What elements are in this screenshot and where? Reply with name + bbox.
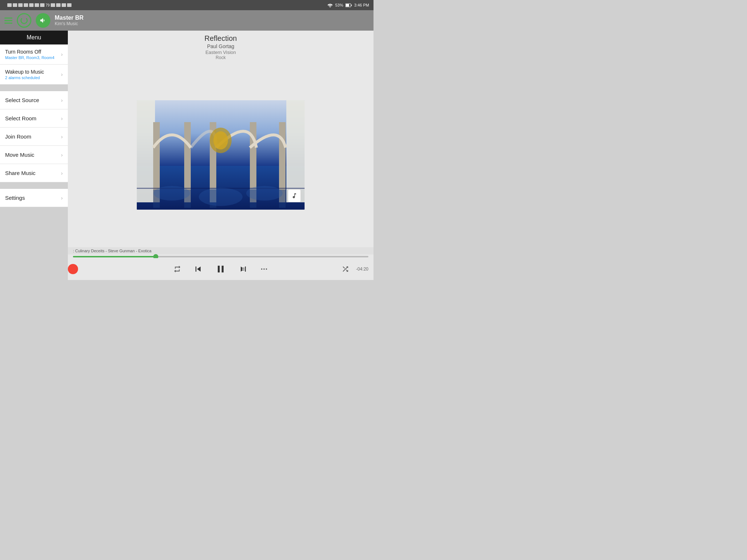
svg-rect-1 (346, 4, 349, 7)
header-room: Master BR (55, 15, 84, 21)
music-note-button[interactable] (288, 189, 301, 202)
sidebar-item-join-room[interactable]: Join Room › (0, 128, 68, 146)
track-album: Eastern Vision (68, 50, 374, 55)
notif-count: 79 (46, 3, 50, 7)
chevron-icon-6: › (61, 170, 63, 176)
top-header: Master BR Kim's Music (0, 10, 374, 31)
track-artist: Paul Gortag (68, 43, 374, 49)
music-note-icon (291, 192, 298, 199)
sidebar-item-share-music[interactable]: Share Music › (0, 164, 68, 182)
status-bar: 79 53% 3:46 PM (0, 0, 374, 10)
track-title: Reflection (68, 34, 374, 43)
main-layout: Menu Turn Rooms Off Master BR, Room3, Ro… (0, 31, 374, 280)
notif-icon-9 (56, 3, 61, 7)
wifi-icon (327, 3, 333, 7)
sidebar-spacer (0, 207, 68, 280)
chevron-icon-0: › (61, 51, 63, 57)
svg-rect-6 (286, 100, 305, 202)
status-icons: 53% 3:46 PM (327, 3, 369, 7)
notif-icon-1 (7, 3, 12, 7)
sidebar: Menu Turn Rooms Off Master BR, Room3, Ro… (0, 31, 68, 280)
prev-icon (193, 264, 203, 274)
previous-button[interactable] (187, 262, 209, 276)
chevron-icon-2: › (61, 97, 63, 103)
time-remaining: -04:20 (356, 267, 368, 272)
queue-text: : Culinary Deceits - Steve Gunman - Exot… (73, 249, 151, 253)
notif-icon-3 (18, 3, 23, 7)
repeat-icon (173, 265, 181, 273)
pause-button[interactable] (209, 261, 232, 277)
notif-icon-8 (51, 3, 55, 7)
power-button[interactable] (17, 13, 31, 28)
album-art-svg (137, 100, 305, 210)
join-room-label: Join Room (5, 133, 31, 140)
select-room-label: Select Room (5, 115, 36, 121)
album-art-container (68, 62, 374, 247)
battery-icon (345, 3, 352, 7)
notif-icon-10 (62, 3, 66, 7)
svg-point-21 (199, 188, 243, 206)
sidebar-item-select-room[interactable]: Select Room › (0, 109, 68, 128)
menu-spacer-1 (0, 85, 68, 91)
wakeup-label: Wakeup to Music (5, 69, 44, 75)
clock: 3:46 PM (354, 3, 369, 7)
header-source: Kim's Music (55, 21, 84, 26)
sidebar-item-turn-rooms-off[interactable]: Turn Rooms Off Master BR, Room3, Room4 › (0, 44, 68, 65)
sidebar-item-settings[interactable]: Settings › (0, 189, 68, 207)
svg-rect-2 (351, 4, 352, 6)
wakeup-sub: 2 alarms scheduled (5, 75, 44, 80)
menu-spacer-2 (0, 182, 68, 189)
select-source-label: Select Source (5, 97, 39, 103)
turn-rooms-off-sub: Master BR, Room3, Room4 (5, 55, 54, 60)
svg-point-13 (213, 131, 228, 149)
svg-point-23 (261, 268, 263, 270)
svg-point-25 (266, 268, 267, 270)
svg-rect-5 (137, 100, 155, 202)
shuffle-icon (341, 265, 349, 273)
progress-bar-fill (73, 256, 156, 257)
svg-point-20 (154, 186, 190, 201)
chevron-icon-3: › (61, 116, 63, 121)
transport-controls: -04:20 (68, 258, 374, 280)
notif-icon-4 (24, 3, 28, 7)
right-content: Reflection Paul Gortag Eastern Vision Ro… (68, 31, 374, 280)
svg-point-24 (263, 268, 265, 270)
red-indicator (68, 264, 78, 274)
track-genre: Rock (68, 55, 374, 60)
progress-bar-track[interactable] (73, 256, 368, 257)
chevron-icon-4: › (61, 134, 63, 140)
more-button[interactable] (254, 263, 274, 275)
chevron-icon-5: › (61, 152, 63, 158)
chevron-icon-1: › (61, 71, 63, 77)
move-music-label: Move Music (5, 152, 34, 158)
sidebar-item-move-music[interactable]: Move Music › (0, 146, 68, 164)
shuffle-button[interactable] (336, 263, 355, 275)
turn-rooms-off-label: Turn Rooms Off (5, 49, 54, 55)
notif-icon-5 (29, 3, 34, 7)
menu-label: Menu (27, 34, 41, 40)
more-icon (260, 265, 268, 273)
hamburger-menu-icon[interactable] (4, 18, 12, 24)
battery-percent: 53% (335, 3, 343, 7)
menu-header: Menu (0, 31, 68, 44)
header-title-block: Master BR Kim's Music (55, 15, 84, 26)
volume-icon (39, 17, 47, 24)
notif-icon-11 (67, 3, 71, 7)
notif-icon-2 (13, 3, 17, 7)
pause-icon (215, 263, 227, 275)
repeat-button[interactable] (167, 263, 187, 275)
sidebar-item-select-source[interactable]: Select Source › (0, 91, 68, 109)
sidebar-item-wakeup[interactable]: Wakeup to Music 2 alarms scheduled › (0, 65, 68, 85)
share-music-label: Share Music (5, 170, 35, 176)
progress-area[interactable] (68, 254, 374, 258)
notif-icon-6 (35, 3, 39, 7)
volume-button[interactable] (36, 13, 50, 28)
queue-bar: : Culinary Deceits - Steve Gunman - Exot… (68, 247, 374, 254)
next-button[interactable] (232, 262, 254, 276)
settings-label: Settings (5, 195, 25, 201)
track-info: Reflection Paul Gortag Eastern Vision Ro… (68, 31, 374, 62)
notif-icon-7 (40, 3, 44, 7)
next-icon (238, 264, 248, 274)
album-art (137, 100, 305, 210)
chevron-icon-7: › (61, 195, 63, 201)
